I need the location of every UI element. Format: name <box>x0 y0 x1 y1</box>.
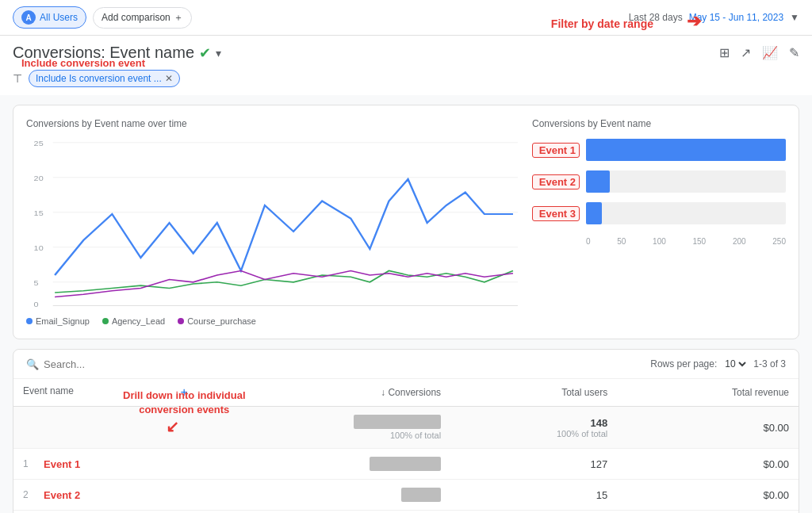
page-title: Conversions: Event name <box>13 44 194 62</box>
table-row: 3 Event 3 8 $0.00 <box>13 511 799 514</box>
main-content: Conversions by Event name over time 25 2… <box>0 95 812 513</box>
row3-users-cell: 8 <box>450 511 617 514</box>
header-icons: ⊞ ↗ 📈 ✎ <box>719 45 799 60</box>
bar-track-event1 <box>586 139 786 161</box>
data-table: Event name + ↓ Conversions Total users T… <box>13 379 799 513</box>
col-header-event-name: Event name + <box>13 379 197 407</box>
bar-row-event1: Event 1 <box>532 139 786 161</box>
legend-dot-course <box>178 318 184 324</box>
date-chevron[interactable]: ▼ <box>790 12 799 23</box>
edit-icon[interactable]: ✎ <box>789 45 799 60</box>
page-title-area: Conversions: Event name ✔ ▾ <box>13 44 221 62</box>
event-name-cell-1: 1 Event 1 <box>23 458 188 470</box>
legend-dot-agency <box>102 318 109 324</box>
svg-text:25: 25 <box>34 140 44 147</box>
col-header-total-revenue: Total revenue <box>617 379 799 407</box>
add-column-button[interactable]: + <box>181 385 188 400</box>
filter-icon: ⊤ <box>13 72 22 85</box>
row2-num: 2 <box>23 489 39 500</box>
bar-row-event2: Event 2 <box>532 170 786 193</box>
all-users-avatar: A <box>21 10 36 25</box>
row1-conversions-cell <box>197 449 450 480</box>
row1-revenue-cell: $0.00 <box>617 449 799 480</box>
row2-conversions-cell <box>197 480 450 511</box>
legend-label-agency: Agency_Lead <box>112 316 165 326</box>
row3-conversions-cell <box>197 511 450 514</box>
legend-dot-email <box>26 318 33 324</box>
all-users-label: All Users <box>40 12 78 23</box>
chart-legend: Email_Signup Agency_Lead Course_purchase <box>26 316 523 326</box>
legend-course-purchase: Course_purchase <box>178 316 256 326</box>
col-header-total-users: Total users <box>450 379 617 407</box>
row2-revenue-cell: $0.00 <box>617 480 799 511</box>
filter-bar: ⊤ Include Is conversion event ... ✕ <box>0 65 812 95</box>
top-bar-right: Last 28 days May 15 - Jun 11, 2023 ▼ <box>629 12 799 23</box>
legend-label-course: Course_purchase <box>187 316 256 326</box>
filter-close-icon[interactable]: ✕ <box>165 73 173 84</box>
row1-name-cell: 1 Event 1 <box>13 449 197 480</box>
legend-agency-lead: Agency_Lead <box>102 316 165 326</box>
line-chart-svg: 25 20 15 10 5 0 21 <box>26 136 523 310</box>
pagination-text: 1-3 of 3 <box>753 358 786 369</box>
all-users-button[interactable]: A All Users <box>13 6 86 29</box>
add-icon: ＋ <box>174 11 183 25</box>
charts-row: Conversions by Event name over time 25 2… <box>13 105 799 339</box>
svg-text:10: 10 <box>34 244 44 252</box>
page-header: Conversions: Event name ✔ ▾ ⊞ ↗ 📈 ✎ <box>0 36 812 65</box>
date-range[interactable]: May 15 - Jun 11, 2023 <box>689 12 783 23</box>
filter-chip[interactable]: Include Is conversion event ... ✕ <box>29 70 180 87</box>
search-box: 🔍 <box>26 358 202 370</box>
row1-event-label[interactable]: Event 1 <box>44 458 80 470</box>
legend-label-email: Email_Signup <box>36 316 90 326</box>
bar-chart-area: Event 1 Event 2 Event 3 <box>532 139 786 246</box>
rows-per-page: Rows per page: 10 25 50 1-3 of 3 <box>650 358 786 370</box>
bar-label-event1: Event 1 <box>532 143 580 158</box>
table-icon[interactable]: ⊞ <box>719 45 730 60</box>
table-totals-row: 100% of total 148 100% of total $0.00 <box>13 407 799 449</box>
svg-text:0: 0 <box>34 300 39 308</box>
bar-row-event3: Event 3 <box>532 202 786 224</box>
search-input[interactable] <box>44 358 202 370</box>
bar-track-event2 <box>586 170 786 193</box>
last-days-label: Last 28 days <box>629 12 683 23</box>
bar-track-event3 <box>586 202 786 224</box>
add-comparison-button[interactable]: Add comparison ＋ <box>93 7 192 29</box>
row2-event-label[interactable]: Event 2 <box>44 489 80 501</box>
share-icon[interactable]: ↗ <box>741 45 751 60</box>
line-chart-area: 25 20 15 10 5 0 21 <box>26 136 523 310</box>
bar-label-event3: Event 3 <box>532 206 580 221</box>
event-name-cell-2: 2 Event 2 <box>23 489 188 501</box>
rows-select[interactable]: 10 25 50 <box>722 358 749 370</box>
totals-name-cell <box>13 407 197 449</box>
trend-icon[interactable]: 📈 <box>762 45 778 60</box>
table-row: 2 Event 2 15 $0.00 <box>13 480 799 511</box>
bar-fill-event2 <box>586 170 610 193</box>
add-comparison-label: Add comparison <box>102 12 170 23</box>
rows-label: Rows per page: <box>650 358 717 369</box>
row1-users-cell: 127 <box>450 449 617 480</box>
top-bar: A All Users Add comparison ＋ Last 28 day… <box>0 0 812 36</box>
row3-name-cell: 3 Event 3 <box>13 511 197 514</box>
row2-users-cell: 15 <box>450 480 617 511</box>
line-chart-title: Conversions by Event name over time <box>26 118 523 129</box>
data-table-section: 🔍 Rows per page: 10 25 50 1-3 of 3 <box>13 349 799 513</box>
svg-text:20: 20 <box>34 174 44 182</box>
search-row: 🔍 Rows per page: 10 25 50 1-3 of 3 <box>13 350 799 379</box>
svg-text:15: 15 <box>34 209 44 217</box>
table-header-row: Event name + ↓ Conversions Total users T… <box>13 379 799 407</box>
bar-fill-event1 <box>586 139 786 161</box>
title-chevron-icon[interactable]: ▾ <box>216 47 221 59</box>
bar-chart-section: Conversions by Event name Event 1 Event … <box>532 118 786 326</box>
row1-num: 1 <box>23 458 39 469</box>
col-header-conversions[interactable]: ↓ Conversions <box>197 379 450 407</box>
table-row: 1 Event 1 127 $0.00 <box>13 449 799 480</box>
svg-text:5: 5 <box>34 279 39 287</box>
line-chart-section: Conversions by Event name over time 25 2… <box>26 118 523 326</box>
bar-axis: 0 50 100 150 200 250 <box>532 237 786 246</box>
top-bar-left: A All Users Add comparison ＋ <box>13 6 192 29</box>
bar-fill-event3 <box>586 202 602 224</box>
row3-revenue-cell: $0.00 <box>617 511 799 514</box>
filter-chip-text: Include Is conversion event ... <box>36 73 162 84</box>
bar-label-event2: Event 2 <box>532 174 580 190</box>
totals-users-cell: 148 100% of total <box>450 407 617 449</box>
